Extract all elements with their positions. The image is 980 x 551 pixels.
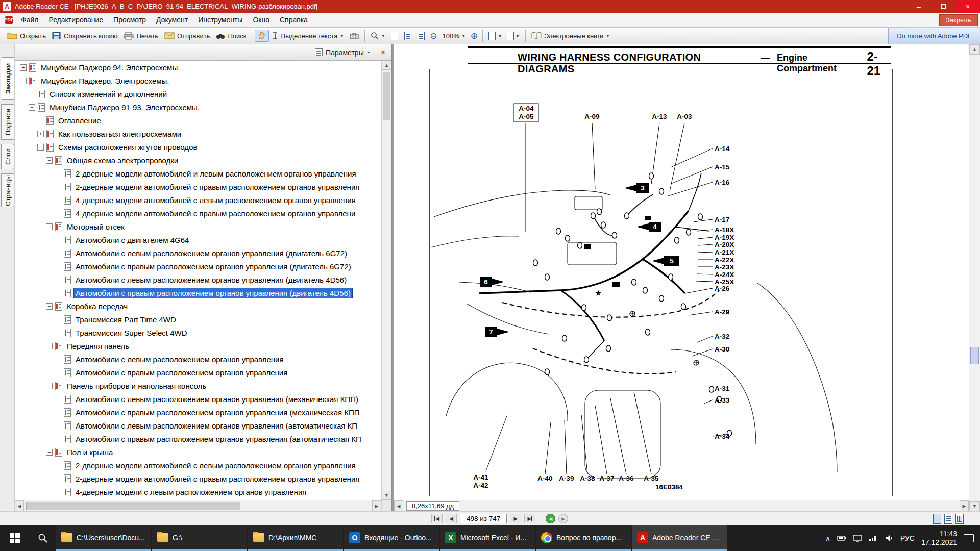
open-button[interactable]: Открыть — [4, 30, 49, 42]
collapse-icon[interactable]: − — [46, 383, 53, 389]
bookmark-label[interactable]: Автомобили с левым расположением органов… — [74, 275, 348, 285]
single-page-mode-icon[interactable] — [933, 514, 941, 524]
select-text-button[interactable]: Выделение текста ▼ — [269, 30, 347, 42]
bookmark-label[interactable]: Автомобили с правым расположением органо… — [74, 408, 361, 417]
tray-chevron-up-icon[interactable]: ∧ — [825, 535, 830, 542]
next-view-button[interactable]: ▶ — [504, 30, 522, 42]
bookmark-item[interactable]: 4-дверные модели автомобилей с левым рас… — [15, 193, 381, 207]
close-button[interactable]: × — [955, 0, 980, 13]
scroll-right-icon[interactable]: ▶ — [960, 500, 969, 511]
bookmark-label[interactable]: Автомобили с правым расположением органо… — [74, 368, 289, 378]
bookmark-item[interactable]: +Мицубиси Паджеро 94. Электросхемы. — [15, 61, 381, 74]
collapse-icon[interactable]: − — [46, 157, 53, 164]
scroll-left-icon[interactable]: ◀ — [394, 500, 403, 511]
fit-page-button[interactable] — [401, 30, 414, 42]
start-button[interactable] — [0, 525, 30, 551]
bookmark-item[interactable]: 4-дверные модели автомобилей с правым ра… — [15, 207, 381, 220]
sidebar-tab-3[interactable]: Страницы — [1, 173, 14, 207]
bookmark-item[interactable]: 2-дверные модели автомобилей с правым ра… — [15, 180, 381, 193]
fit-width-button[interactable] — [414, 30, 428, 42]
bookmark-item[interactable]: −Панель приборов и напольная консоль — [15, 379, 381, 392]
taskbar-button-2[interactable]: D:\Архив\MMC — [248, 525, 343, 551]
bookmark-item[interactable]: 2-дверные модели автомобилей и левым рас… — [15, 167, 381, 180]
bookmark-label[interactable]: Оглавление — [57, 116, 103, 126]
bookmark-label[interactable]: Автомобили с левым расположением органов… — [74, 248, 349, 258]
bookmark-item[interactable]: −Пол и крыша — [15, 445, 381, 459]
taskbar-search-button[interactable] — [30, 525, 56, 551]
bookmark-item[interactable]: Автомобили с правым расположением органо… — [15, 366, 381, 379]
bookmark-label[interactable]: Список изменений и дополнений — [48, 89, 168, 99]
last-page-button[interactable]: ▶ — [524, 514, 535, 523]
menu-4[interactable]: Инструменты — [193, 13, 248, 27]
expand-icon[interactable]: + — [20, 64, 27, 71]
bookmark-label[interactable]: Автомобили с левым расположением органов… — [74, 394, 360, 404]
menu-2[interactable]: Просмотр — [108, 13, 151, 27]
bookmarks-horizontal-scrollbar[interactable]: ◀ ▶ — [15, 500, 381, 511]
bookmark-label[interactable]: Автомобили с правым расположением органо… — [74, 288, 352, 298]
scrollbar-thumb[interactable] — [383, 72, 390, 120]
scroll-up-icon[interactable]: ▲ — [969, 44, 980, 55]
taskbar-button-5[interactable]: Вопрос по правор... — [536, 525, 631, 551]
taskbar-button-3[interactable]: OВходящие - Outloo... — [344, 525, 439, 551]
collapse-icon[interactable]: − — [46, 223, 53, 230]
volume-icon[interactable] — [885, 535, 894, 542]
bookmark-item[interactable]: Список изменений и дополнений — [15, 87, 381, 101]
bookmark-label[interactable]: Мицубиси Паджеро. Электросхемы. — [39, 76, 171, 86]
taskbar-button-4[interactable]: XMicrosoft Excel - И... — [440, 525, 535, 551]
sidebar-tab-1[interactable]: Подписи — [1, 104, 14, 140]
ebooks-button[interactable]: Электронные книги ▼ — [528, 30, 613, 42]
sidebar-tab-2[interactable]: Слои — [1, 144, 14, 169]
zoom-tool-button[interactable]: ▼ — [368, 30, 388, 42]
taskbar-button-1[interactable]: G:\ — [152, 525, 247, 551]
bookmark-item[interactable]: −Общая схема электропроводки — [15, 154, 381, 167]
first-page-button[interactable]: ◀ — [431, 514, 443, 523]
bookmark-item[interactable]: Трансмиссия Part Time 4WD — [15, 313, 381, 326]
bookmark-item[interactable]: 2-дверные модели автомобилей с левым рас… — [15, 459, 381, 472]
sidebar-tab-0[interactable]: Закладки — [1, 57, 14, 100]
bookmark-label[interactable]: 2-дверные модели автомобилей с правым ра… — [74, 474, 361, 484]
previous-view-button[interactable]: ◀ — [546, 514, 555, 523]
next-page-button[interactable]: ▶ — [510, 514, 521, 523]
expand-icon[interactable]: + — [37, 131, 44, 137]
bookmark-label[interactable]: Мицубиси Паджеро 94. Электросхемы. — [39, 63, 181, 72]
scrollbar-thumb[interactable] — [26, 502, 240, 510]
bookmark-label[interactable]: Автомобили с левым расположением органов… — [74, 355, 285, 364]
zoom-in-button[interactable]: ⊕ — [469, 31, 480, 41]
bookmark-item[interactable]: Автомобили с правым расположением органо… — [15, 286, 381, 299]
taskbar-clock[interactable]: 11:43 17.12.2021 — [921, 530, 957, 547]
bookmark-label[interactable]: 4-дверные модели автомобилей с левым рас… — [74, 195, 357, 205]
bookmark-item[interactable]: −Моторный отсек — [15, 220, 381, 233]
bookmark-item[interactable]: Автомобили с правым расположением органо… — [15, 432, 381, 445]
bookmark-label[interactable]: Трансмиссия Part Time 4WD — [74, 315, 178, 324]
bookmark-label[interactable]: Трансмиссия Super Select 4WD — [74, 328, 189, 338]
menu-5[interactable]: Окно — [248, 13, 275, 27]
document-pane[interactable]: WIRING HARNESS CONFIGURATION DIAGRAMS — … — [394, 44, 969, 511]
bookmark-item[interactable]: Автомобили с правым расположением органо… — [15, 406, 381, 419]
bookmark-label[interactable]: Пол и крыша — [65, 447, 114, 457]
bookmark-item[interactable]: Автомобили с левым расположением органов… — [15, 246, 381, 260]
menu-3[interactable]: Документ — [151, 13, 193, 27]
bookmark-label[interactable]: 2-дверные модели автомобилей и левым рас… — [74, 169, 358, 179]
previous-view-button[interactable]: ◀ — [485, 30, 504, 42]
adobe-promo-banner[interactable]: Do more with Adobe PDF — [888, 28, 980, 44]
bookmark-label[interactable]: Коробка передач — [65, 302, 129, 311]
bookmark-item[interactable]: −Передняя панель — [15, 339, 381, 353]
hand-tool-button[interactable] — [255, 30, 269, 42]
scrollbar-thumb[interactable] — [970, 347, 979, 364]
bookmark-item[interactable]: Автомобили с двигателем 4G64 — [15, 233, 381, 246]
menu-6[interactable]: Справка — [275, 13, 313, 27]
page-position-field[interactable]: 498 из 747 — [460, 514, 507, 523]
scroll-right-icon[interactable]: ▶ — [372, 500, 381, 511]
bookmark-label[interactable]: 2-дверные модели автомобилей с правым ра… — [74, 182, 361, 192]
menu-1[interactable]: Редактирование — [43, 13, 108, 27]
minimize-button[interactable]: – — [906, 0, 931, 13]
taskbar-button-6[interactable]: AAdobe Reader CE - ... — [632, 525, 727, 551]
collapse-icon[interactable]: − — [37, 144, 44, 151]
collapse-icon[interactable]: − — [46, 303, 53, 310]
collapse-icon[interactable]: − — [46, 449, 53, 456]
bookmark-label[interactable]: Мицубиси Паджеро 91-93. Электросхемы. — [48, 103, 201, 112]
bookmark-item[interactable]: −Мицубиси Паджеро. Электросхемы. — [15, 74, 381, 87]
bookmark-item[interactable]: Трансмиссия Super Select 4WD — [15, 326, 381, 339]
bookmark-item[interactable]: Автомобили с левым расположением органов… — [15, 353, 381, 366]
search-button[interactable]: Поиск — [213, 30, 249, 42]
